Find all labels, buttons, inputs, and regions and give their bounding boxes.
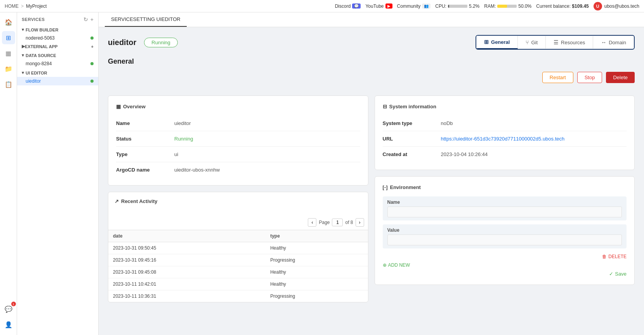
save-button[interactable]: ✓ Save	[609, 271, 627, 277]
tab-resources[interactable]: ☰ Resources	[546, 36, 593, 49]
discord-badge[interactable]: Discord 💬	[335, 3, 361, 9]
env-delete-row: 🗑 DELETE	[383, 254, 627, 259]
sidebar-item-mongo[interactable]: mongo-8284	[17, 59, 98, 68]
cell-date: 2023-10-31 09:50:45	[108, 242, 266, 254]
stop-button[interactable]: Stop	[577, 72, 602, 83]
tab-servicesetting[interactable]: SERVICESETTING UIEDITOR	[105, 12, 187, 27]
status-value: Running	[174, 136, 193, 142]
content-header: uieditor Running ⊞ General ⑂ Git ☰ Resou…	[108, 35, 635, 50]
flow-builder-section[interactable]: ▾ FLOW BUILDER	[17, 25, 98, 34]
system-info-icon: ⊟	[383, 104, 387, 109]
env-name-input[interactable]	[387, 207, 622, 217]
info-row-status: Status Running	[116, 131, 360, 147]
user-email: ubos@ubos.tech	[604, 3, 639, 9]
add-new-button[interactable]: ⊕ ADD NEW	[383, 262, 410, 268]
external-app-section[interactable]: ▶ EXTERNAL APP +	[17, 42, 98, 50]
env-value-input[interactable]	[387, 234, 622, 245]
ui-editor-section[interactable]: ▾ UI EDITOR	[17, 68, 98, 77]
user-badge[interactable]: U ubos@ubos.tech	[594, 2, 639, 10]
sidebar-icon-folder[interactable]: 📁	[2, 62, 15, 75]
page-input[interactable]	[332, 219, 343, 226]
tab-domain[interactable]: ↔ Domain	[593, 36, 634, 49]
restart-button[interactable]: Restart	[542, 72, 573, 83]
add-external-icon[interactable]: +	[91, 44, 94, 49]
flow-builder-toggle: ▾	[22, 27, 24, 32]
activity-title: ↗ Recent Activity	[108, 192, 368, 209]
sidebar-item-uieditor[interactable]: uieditor	[17, 77, 98, 85]
sidebar-icon-apps[interactable]: ⊞	[2, 31, 15, 44]
action-buttons: Restart Stop Delete	[542, 72, 635, 83]
table-row: 2023-10-31 09:45:16Progressing	[108, 254, 368, 266]
content-tabs: ⊞ General ⑂ Git ☰ Resources ↔ Domain	[476, 35, 635, 50]
data-source-section[interactable]: ▾ DATA SOURCE	[17, 50, 98, 59]
ui-editor-toggle: ▾	[22, 70, 24, 75]
mongo-label: mongo-8284	[26, 61, 52, 66]
discord-icon-badge: 💬	[352, 3, 361, 9]
sidebar-icon-chat[interactable]: 💬 1	[2, 302, 15, 316]
youtube-icon-badge: ▶	[385, 3, 392, 9]
services-header: SERVICES ↻ +	[17, 12, 98, 25]
sidebar-item-nodered[interactable]: nodered-5063	[17, 34, 98, 42]
topbar: HOME > MyProject Discord 💬 YouTube ▶ Com…	[0, 0, 644, 12]
breadcrumb: HOME > MyProject	[5, 3, 47, 9]
created-value: 2023-10-04 10:26:44	[441, 151, 488, 157]
home-link[interactable]: HOME	[5, 3, 19, 9]
community-label: Community	[397, 3, 421, 9]
overview-card: ▦ Overview Name uieditor Status Running	[108, 95, 368, 186]
tab-general[interactable]: ⊞ General	[476, 36, 518, 49]
section-title: General	[108, 57, 635, 66]
cell-date: 2023-10-11 10:42:01	[108, 278, 266, 290]
url-label: URL	[383, 136, 441, 142]
git-tab-label: Git	[531, 40, 538, 45]
services-title: SERVICES	[22, 17, 45, 22]
cell-date: 2023-10-31 09:45:08	[108, 266, 266, 278]
notification-badge: 1	[11, 302, 16, 306]
overview-title: ▦ Overview	[116, 104, 360, 109]
delete-button[interactable]: Delete	[606, 72, 635, 83]
general-tab-icon: ⊞	[484, 39, 489, 45]
activity-icon: ↗	[115, 198, 119, 204]
sidebar-icon-home[interactable]: 🏠	[2, 16, 15, 29]
cell-type: Healthy	[266, 242, 368, 254]
community-badge[interactable]: Community 👥	[397, 3, 431, 9]
domain-tab-label: Domain	[609, 40, 626, 45]
git-tab-icon: ⑂	[526, 39, 529, 45]
refresh-icon[interactable]: ↻	[83, 16, 88, 23]
tab-git[interactable]: ⑂ Git	[518, 36, 546, 49]
type-value: ui	[174, 151, 178, 157]
sidebar-icon-list[interactable]: 📋	[2, 78, 15, 91]
sidebar-icon-user[interactable]: 👤	[2, 318, 15, 331]
external-app-toggle: ▶	[22, 44, 25, 49]
add-service-icon[interactable]: +	[90, 16, 94, 23]
uieditor-label: uieditor	[26, 78, 41, 84]
url-value[interactable]: https://uieditor-651d3c73920d7711000002d…	[441, 136, 565, 142]
environment-card: [-] Environment Name Value	[375, 176, 635, 285]
env-delete-button[interactable]: 🗑 DELETE	[602, 254, 627, 259]
info-row-type: Type ui	[116, 147, 360, 162]
argocd-value: uieditor-ubos-xnnhw	[174, 167, 220, 173]
discord-label: Discord	[335, 3, 351, 9]
delete-icon: 🗑	[602, 254, 607, 259]
system-info-card: ⊟ System information System type noDb UR…	[375, 95, 635, 170]
prev-page-button[interactable]: ‹	[308, 218, 316, 227]
service-name: uieditor	[108, 38, 136, 47]
ram-indicator: RAM: 50.0%	[484, 3, 531, 9]
cell-type: Healthy	[266, 266, 368, 278]
system-info-title: ⊟ System information	[383, 104, 627, 109]
youtube-badge[interactable]: YouTube ▶	[365, 3, 392, 9]
youtube-label: YouTube	[365, 3, 384, 9]
data-source-label: DATA SOURCE	[26, 53, 56, 58]
of-label: of 8	[345, 220, 353, 225]
services-actions[interactable]: ↻ +	[83, 16, 94, 23]
sidebar-icon-grid[interactable]: ▦	[2, 47, 15, 60]
env-title: [-] Environment	[383, 184, 627, 190]
general-tab-label: General	[491, 39, 510, 45]
mongo-status	[90, 62, 94, 65]
next-page-button[interactable]: ›	[356, 218, 364, 227]
info-row-created: Created at 2023-10-04 10:26:44	[383, 147, 627, 162]
table-row: 2023-10-31 09:50:45Healthy	[108, 242, 368, 254]
env-icon: [-]	[383, 184, 388, 190]
external-app-label: EXTERNAL APP	[25, 44, 57, 49]
services-sidebar: SERVICES ↻ + ▾ FLOW BUILDER nodered-5063…	[17, 12, 99, 335]
cpu-indicator: CPU: 5.2%	[435, 3, 479, 9]
